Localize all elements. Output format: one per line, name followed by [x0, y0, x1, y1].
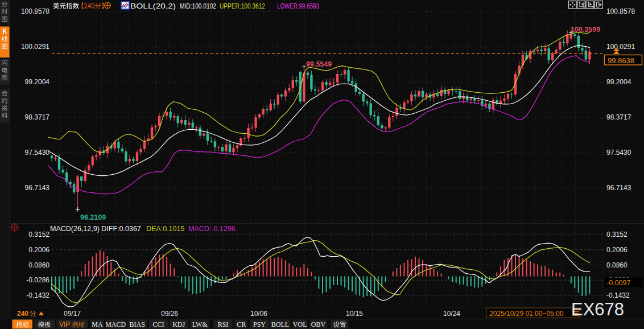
svg-text:100.3599: 100.3599: [571, 26, 600, 34]
svg-text:97.5430: 97.5430: [25, 149, 50, 157]
svg-text:BOLL(20,2): BOLL(20,2): [130, 2, 176, 10]
svg-text:98.3717: 98.3717: [25, 113, 50, 121]
svg-text:09/26: 09/26: [161, 310, 178, 318]
svg-text:0.2006: 0.2006: [606, 246, 628, 254]
svg-text:99.2004: 99.2004: [25, 78, 50, 86]
svg-text:LW&: LW&: [192, 320, 208, 328]
svg-text:MID:100.0102: MID:100.0102: [180, 2, 216, 10]
svg-text:98.3717: 98.3717: [606, 113, 631, 121]
svg-text:96.7143: 96.7143: [606, 184, 631, 192]
svg-text:MACD(26,12,9) DIFF:0.0367: MACD(26,12,9) DIFF:0.0367: [50, 225, 141, 233]
svg-text:LOWER:99.6593: LOWER:99.6593: [277, 2, 319, 10]
svg-text:DEA:0.1015: DEA:0.1015: [146, 225, 184, 233]
svg-text:0.3152: 0.3152: [28, 231, 49, 238]
svg-text:96.7143: 96.7143: [25, 184, 50, 192]
svg-text:10/15: 10/15: [346, 310, 363, 318]
svg-text:0.0860: 0.0860: [28, 261, 49, 269]
svg-text:MA: MA: [92, 320, 103, 328]
svg-text:-0.1432: -0.1432: [26, 291, 49, 299]
svg-text:2025/10/29 01:00~05:00: 2025/10/29 01:00~05:00: [489, 310, 564, 318]
svg-text:97.5430: 97.5430: [606, 149, 631, 157]
svg-text:99.5549: 99.5549: [306, 60, 332, 68]
svg-text:RSI: RSI: [218, 320, 229, 328]
svg-text:MACD:-0.1296: MACD:-0.1296: [188, 225, 236, 233]
svg-text:96.2109: 96.2109: [80, 213, 106, 221]
svg-text:UPPER:100.3612: UPPER:100.3612: [220, 2, 265, 10]
svg-text:99.8638: 99.8638: [608, 56, 634, 65]
svg-text:-0.0286: -0.0286: [26, 276, 49, 284]
svg-text:09/17: 09/17: [64, 310, 81, 318]
svg-text:BIAS: BIAS: [130, 320, 145, 328]
svg-text:0.3152: 0.3152: [606, 231, 628, 238]
svg-text:240: 240: [17, 310, 28, 318]
svg-text:100.8578: 100.8578: [606, 7, 635, 15]
svg-text:10/06: 10/06: [250, 310, 267, 318]
svg-text:CCI: CCI: [152, 320, 164, 328]
svg-text:VIP: VIP: [59, 320, 70, 328]
svg-text:99.2004: 99.2004: [606, 78, 631, 86]
svg-text:100.0291: 100.0291: [606, 43, 635, 51]
svg-text:OBV: OBV: [311, 320, 326, 328]
svg-text:MACD: MACD: [105, 320, 126, 328]
svg-text:BOLL: BOLL: [271, 320, 289, 328]
svg-text:-0.0097: -0.0097: [606, 279, 630, 287]
svg-text:100.8578: 100.8578: [21, 7, 49, 15]
svg-text:KDJ: KDJ: [172, 320, 185, 328]
svg-text:EX678: EX678: [571, 299, 624, 319]
svg-text:10/24: 10/24: [443, 310, 460, 318]
svg-text:100.0291: 100.0291: [21, 43, 49, 51]
svg-text:PSY: PSY: [253, 320, 266, 328]
svg-text:VOL: VOL: [293, 320, 307, 328]
svg-text:CR: CR: [237, 320, 246, 328]
svg-text:0.2006: 0.2006: [28, 246, 49, 254]
svg-text:0.0860: 0.0860: [606, 261, 628, 269]
svg-text:-0.1432: -0.1432: [606, 291, 630, 299]
